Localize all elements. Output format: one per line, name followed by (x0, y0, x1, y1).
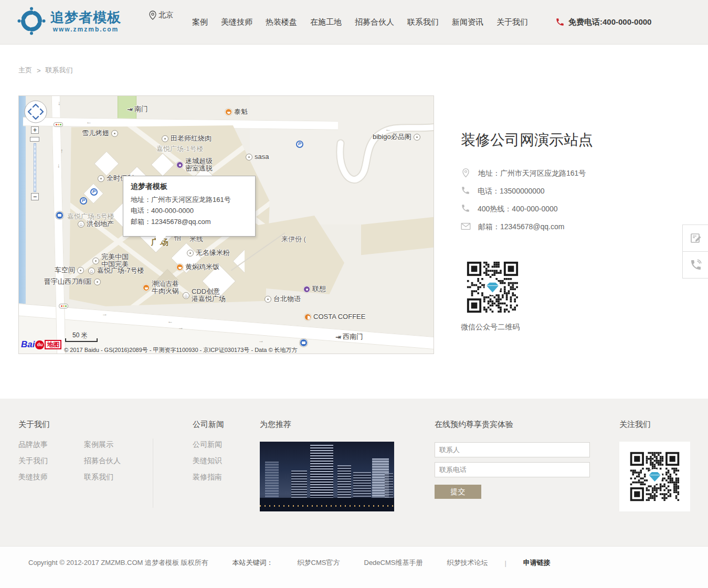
phone-icon (461, 186, 470, 197)
map-label (300, 339, 308, 347)
site-logo[interactable]: 追梦者模板 www.zmzmb.com (17, 7, 121, 35)
nav-item[interactable]: 联系我们 (407, 17, 439, 27)
map-info-window: 追梦者模板 地址：广州市天河区应龙路161号 电话：400-000-0000 邮… (123, 176, 256, 237)
breadcrumb-current: 联系我们 (46, 66, 73, 75)
footer-link[interactable]: 品牌故事 (18, 436, 48, 453)
contact-text: 400热线：400-000-0000 (478, 205, 558, 214)
food-poi-icon (225, 109, 232, 115)
nav-item[interactable]: 在施工地 (310, 17, 342, 27)
map-label-text: 洪创地产 (87, 220, 114, 228)
edit-icon (690, 232, 702, 244)
footer-link[interactable]: 关于我们 (18, 453, 48, 469)
dot-poi-icon (94, 279, 101, 285)
main-nav: 案例美缝技师热装楼盘在施工地招募合伙人联系我们新闻资讯关于我们 (192, 0, 528, 44)
map-label (56, 211, 64, 219)
nav-item[interactable]: 新闻资讯 (452, 17, 483, 27)
nav-item[interactable]: 关于我们 (496, 17, 528, 27)
info-window-title: 追梦者模板 (131, 182, 248, 191)
map-label: 晋宇山西刀削面 (44, 278, 101, 285)
map-pan-control[interactable] (24, 100, 47, 123)
bottom-link[interactable]: 织梦技术论坛 (447, 558, 488, 568)
nav-item[interactable]: 热装楼盘 (266, 17, 297, 27)
footer-link[interactable]: 案例展示 (84, 436, 121, 453)
map-label: 田老师红烧肉 (162, 135, 212, 142)
city-night-photo (260, 442, 394, 511)
footer-booking-title: 在线预约尊享贵宾体验 (435, 420, 513, 430)
footer-link[interactable]: 美缝技师 (18, 469, 48, 485)
map-label-text: 嘉悦广场-1号楼 (156, 145, 204, 153)
bus-poi-icon (300, 339, 308, 347)
map-label: P (296, 141, 303, 148)
bottom-link[interactable]: DedeCMS维基手册 (364, 558, 423, 568)
map-label-text: 泰魁 (234, 108, 248, 115)
apply-link[interactable]: 申请链接 (523, 558, 551, 568)
booking-name-input[interactable] (435, 442, 590, 457)
footer-link[interactable]: 招募合伙人 (84, 453, 121, 469)
bottom-link[interactable]: 织梦CMS官方 (298, 558, 340, 568)
map-label: COSTA COFFEE (304, 313, 365, 320)
traffic-light-icon (54, 122, 63, 127)
nav-item[interactable]: 案例 (192, 17, 208, 27)
recommend-image[interactable] (260, 442, 394, 511)
baidu-logo[interactable]: Bai du 地图 (21, 339, 61, 350)
traffic-light-icon (59, 304, 68, 308)
call-button[interactable] (683, 251, 708, 278)
info-window-address: 地址：广州市天河区应龙路161号 (131, 194, 248, 205)
logo-swirl-icon (17, 7, 46, 35)
logo-text: 追梦者模板 www.zmzmb.com (50, 9, 121, 33)
map-label: 联想 (303, 285, 326, 293)
map-label: ⇥西南门 (335, 333, 363, 340)
food-poi-icon (143, 284, 150, 291)
booking-phone-input[interactable] (435, 462, 590, 477)
nav-item[interactable]: 美缝技师 (221, 17, 252, 27)
park-poi-icon: P (296, 141, 303, 148)
map-label: 嘉悦广场-1号楼 (156, 145, 204, 153)
bank-poi-icon: ⌂ (183, 292, 189, 299)
info-window-email: 邮箱：12345678@qq.com (131, 216, 248, 227)
pin-icon (461, 168, 471, 180)
footer-link[interactable]: 公司新闻 (193, 436, 222, 453)
nav-item[interactable]: 招募合伙人 (355, 17, 394, 27)
breadcrumb-home-link[interactable]: 主页 (18, 66, 32, 75)
house-poi-icon: ⌂ (78, 221, 84, 228)
map-label-text: 西南门 (343, 333, 363, 340)
map-label-text: COSTA COFFEE (313, 313, 365, 320)
map-zoom-out-button[interactable]: − (31, 193, 39, 200)
purple-poi-icon (176, 162, 183, 168)
baidu-map[interactable]: ←→↓↑↓→←→→←→ ⇥南门泰魁雪儿烤翅田老师红烧肉嘉悦广场-1号楼迷城超级 … (18, 95, 434, 354)
baidu-logo-bai: Bai (21, 339, 35, 350)
dot-poi-icon (187, 250, 194, 256)
map-label: 黄焖鸡米饭 (176, 263, 219, 271)
map-label: ⌂洪创地产 (78, 220, 114, 228)
baidu-logo-map-word: 地图 (45, 340, 61, 349)
map-zoom-in-button[interactable]: + (31, 126, 39, 134)
map-label-text: 车空间 (55, 266, 75, 274)
booking-submit-button[interactable]: 提交 (435, 485, 481, 499)
contact-row: 电话：13500000000 (461, 183, 624, 200)
contact-text: 地址：广州市天河区应龙路161号 (478, 169, 586, 178)
map-label: ⌂CDD创意 港嘉悦广场 (183, 288, 226, 303)
food-poi-icon (176, 264, 183, 271)
contact-rows: 地址：广州市天河区应龙路161号电话：13500000000400热线：400-… (461, 165, 624, 236)
map-label-text: 完美中国 中国完美 (101, 253, 129, 268)
footer-qr-box (619, 442, 690, 511)
wechat-qr-code (628, 450, 681, 503)
bus-poi-icon (56, 211, 64, 219)
footer-link[interactable]: 联系我们 (84, 469, 121, 485)
map-label: ⇥南门 (126, 105, 148, 113)
map-zoom-slider-track[interactable] (34, 143, 36, 192)
footer-link[interactable]: 装修指南 (193, 469, 222, 485)
bottom-links: 织梦CMS官方DedeCMS维基手册织梦技术论坛 (273, 558, 488, 568)
dot-poi-icon (92, 258, 99, 264)
map-label-text: 来伊份 ( (281, 236, 306, 243)
header: 追梦者模板 www.zmzmb.com 北京 案例美缝技师热装楼盘在施工地招募合… (0, 0, 708, 45)
contact-row: 邮箱：12345678@qq.com (461, 218, 624, 236)
footer-link[interactable]: 美缝知识 (193, 453, 222, 469)
keywords-label: 本站关键词： (233, 558, 273, 568)
feedback-button[interactable] (683, 225, 708, 251)
map-label-text: 台北物语 (273, 295, 301, 303)
dot-poi-icon (111, 130, 118, 137)
map-label-text: bibigo必品阁 (373, 133, 411, 141)
map-zoom-slider-handle[interactable] (30, 137, 39, 142)
city-selector[interactable]: 北京 (149, 10, 173, 20)
